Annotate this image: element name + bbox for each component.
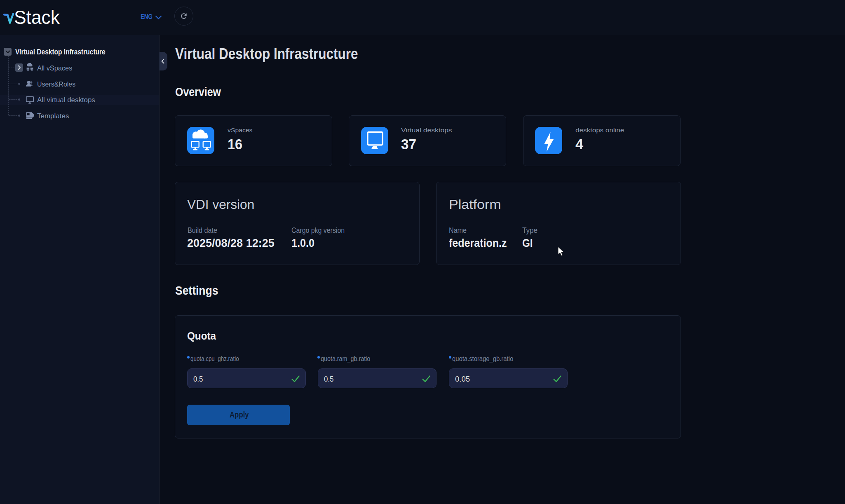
- svg-text:Stack: Stack: [14, 7, 60, 28]
